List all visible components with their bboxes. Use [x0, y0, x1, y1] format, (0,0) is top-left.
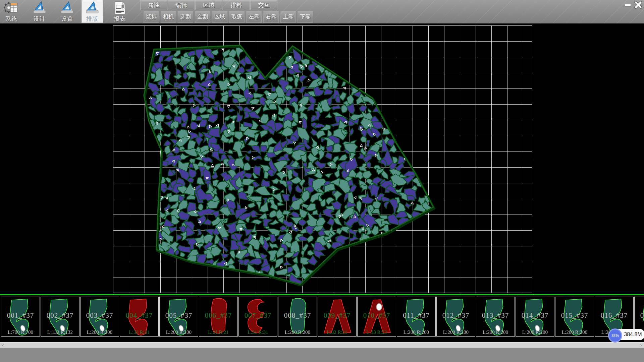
scroll-left-arrow[interactable]: ‹: [0, 343, 6, 348]
piece-thumbnail[interactable]: 009_#37L:32 R:31: [318, 297, 357, 337]
progress-circle: 38%: [608, 328, 622, 343]
set-square-icon: [59, 1, 75, 14]
piece-lr-label: L:700 R:700: [1, 329, 40, 335]
action-button-2[interactable]: 相机: [161, 11, 176, 23]
piece-id-label: 008_#37: [278, 311, 317, 320]
piece-lr-label: L:200 R:200: [555, 329, 594, 335]
piece-thumbnail[interactable]: 010_#37L:33 R:33: [357, 297, 396, 337]
toolbar-button-3[interactable]: 设置: [56, 0, 78, 23]
close-button[interactable]: [633, 1, 643, 9]
set-square-icon: [85, 1, 100, 14]
piece-id-label: 003_#37: [80, 311, 119, 320]
menu-tab-bar: 属性编辑区域排料交互: [140, 0, 278, 10]
piece-lr-label: L:200 R:200: [476, 329, 515, 335]
piece-id-label: 011_#37: [397, 311, 435, 320]
action-button-10[interactable]: 下靠: [298, 11, 313, 23]
action-button-4[interactable]: 全割: [195, 11, 210, 23]
piece-thumbnail[interactable]: 005_#37L:200 R:200: [159, 297, 198, 337]
piece-lr-label: L:200 R:200: [516, 329, 554, 335]
application-window: 系统设计设置排版报表 属性编辑区域排料交互 聚排相机选割全割区域瑕疵左靠右靠上靠…: [0, 0, 644, 362]
piece-thumbnail[interactable]: 014_#37L:200 R:200: [516, 297, 554, 337]
nesting-workspace: [0, 23, 644, 294]
toolbar-button-4[interactable]: 排版: [82, 0, 103, 23]
piece-thumbnail[interactable]: 002_#37L:132 R:132: [41, 297, 79, 337]
toolbar-button-label: 排版: [82, 15, 103, 23]
horizontal-scrollbar[interactable]: ‹ ›: [0, 342, 644, 348]
window-controls: [623, 1, 643, 9]
piece-lr-label: L:200 R:200: [160, 329, 198, 335]
action-button-8[interactable]: 右靠: [263, 11, 279, 23]
piece-id-label: 014_#37: [516, 311, 554, 320]
piece-id-label: 016_#37: [595, 311, 633, 320]
piece-id-label: 001_#37: [1, 311, 40, 320]
toolbar-button-2[interactable]: 设计: [29, 0, 50, 23]
toolbar-button-label: 系统: [1, 15, 22, 23]
piece-lr-label: L:33 R:33: [358, 329, 396, 335]
menu-tab-3[interactable]: 区域: [195, 0, 222, 10]
piece-thumbnail[interactable]: 012_#37L:200 R:200: [436, 297, 475, 337]
menu-tab-2[interactable]: 编辑: [168, 0, 195, 10]
menu-tab-1[interactable]: 属性: [140, 0, 167, 10]
piece-thumbnail[interactable]: 003_#37L:200 R:200: [80, 297, 119, 337]
piece-lr-label: L:200 R:200: [80, 329, 119, 335]
action-button-7[interactable]: 左靠: [246, 11, 262, 23]
piece-id-label: 002_#37: [41, 311, 79, 320]
report-icon: [112, 1, 127, 14]
piece-lr-label: L:132 R:132: [41, 329, 79, 335]
system-icon: [4, 1, 19, 14]
piece-lr-label: L:31 R:31: [239, 329, 277, 335]
piece-id-label: 013_#37: [476, 311, 515, 320]
piece-lr-label: L:21 R:21: [199, 329, 237, 335]
menu-tab-5[interactable]: 交互: [250, 0, 277, 10]
toolbar-button-label: 设计: [29, 15, 50, 23]
piece-lr-label: L:200 R:200: [437, 329, 475, 335]
piece-id-label: 007_#37: [239, 311, 277, 320]
piece-thumbnail[interactable]: 008_#37L:200 R:200: [278, 297, 317, 337]
piece-thumbnail[interactable]: 015_#37L:200 R:200: [555, 297, 594, 337]
piece-id-label: 006_#37: [199, 311, 237, 320]
piece-id-label: 015_#37: [555, 311, 594, 320]
action-button-6[interactable]: 瑕疵: [229, 11, 245, 23]
action-button-5[interactable]: 区域: [212, 11, 227, 23]
piece-thumbnail[interactable]: 013_#37L:200 R:200: [476, 297, 515, 337]
piece-id-label: 005_#37: [160, 311, 198, 320]
toolbar-button-label: 报表: [109, 15, 130, 23]
scroll-right-arrow[interactable]: ›: [638, 343, 644, 348]
piece-thumbnail[interactable]: 004_#37L:31 R:31: [120, 297, 159, 337]
piece-id-label: 004_#37: [120, 311, 158, 320]
piece-id-label: 010_#37: [358, 311, 396, 320]
piece-thumbnail[interactable]: 011_#37L:200 R:200: [397, 297, 436, 337]
toolbar-button-5[interactable]: 报表: [109, 0, 130, 23]
piece-thumbnail[interactable]: 006_#37L:21 R:21: [199, 297, 238, 337]
piece-thumbnail[interactable]: 001_#37L:700 R:700: [1, 297, 40, 337]
action-button-9[interactable]: 上靠: [280, 11, 296, 23]
piece-thumbnail[interactable]: 007_#37L:31 R:31: [238, 297, 277, 337]
piece-lr-label: L:32 R:31: [318, 329, 356, 335]
menu-tab-4[interactable]: 排料: [223, 0, 250, 10]
memory-value: 384.8M: [622, 329, 644, 340]
toolbar-button-1[interactable]: 系统: [1, 0, 22, 23]
toolbar-button-label: 设置: [56, 15, 78, 23]
piece-id-label: 012_#37: [437, 311, 475, 320]
action-button-row: 聚排相机选割全割区域瑕疵左靠右靠上靠下靠: [144, 11, 315, 23]
set-square-icon: [32, 1, 47, 14]
minimize-icon: [625, 4, 631, 6]
nesting-canvas[interactable]: [0, 23, 644, 294]
close-icon: [633, 1, 643, 9]
piece-id-label: 009_#37: [318, 311, 356, 320]
action-button-3[interactable]: 选割: [178, 11, 193, 23]
action-button-1[interactable]: 聚排: [144, 11, 159, 23]
piece-lr-label: L:31 R:31: [120, 329, 158, 335]
piece-lr-label: L:200 R:200: [278, 329, 317, 335]
title-bar: 系统设计设置排版报表 属性编辑区域排料交互 聚排相机选割全割区域瑕疵左靠右靠上靠…: [0, 0, 644, 23]
piece-lr-label: L:200 R:200: [397, 329, 435, 335]
status-bar: [0, 348, 644, 362]
piece-id-label: 017_#37: [635, 311, 644, 320]
minimize-button[interactable]: [623, 1, 633, 9]
strip-lower-gap: [0, 337, 644, 342]
piece-thumbnail-strip: 001_#37L:700 R:700002_#37L:132 R:132003_…: [0, 294, 644, 337]
